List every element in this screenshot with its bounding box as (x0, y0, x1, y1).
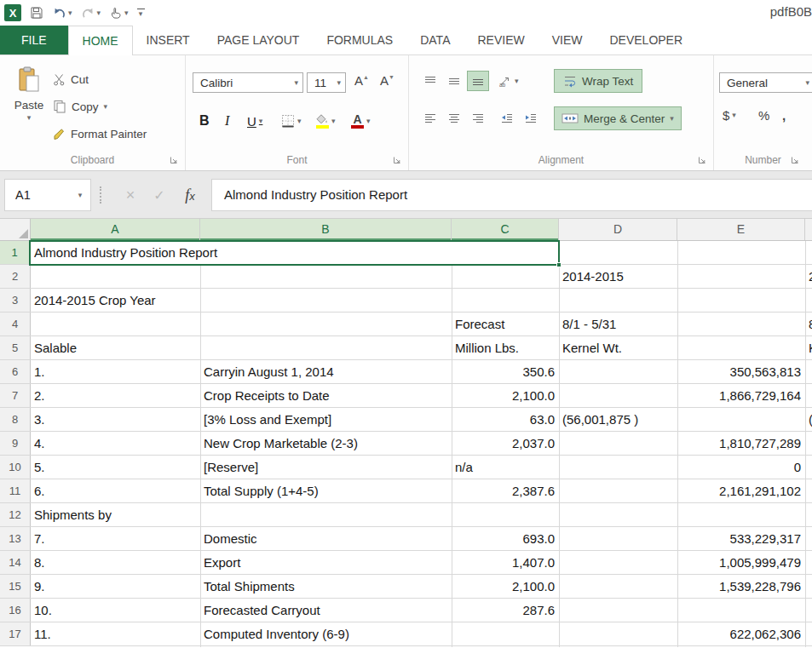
font-dialog-launcher[interactable] (392, 154, 404, 166)
cell-A10[interactable]: 5. (31, 456, 200, 479)
cell-A13[interactable]: 7. (31, 527, 200, 550)
save-button[interactable] (30, 6, 43, 20)
cell-B11[interactable]: Total Supply (1+4-5) (200, 479, 452, 502)
row-header-7[interactable]: 7 (0, 384, 31, 407)
cell-A16[interactable]: 10. (31, 599, 200, 622)
align-left-button[interactable] (419, 108, 441, 129)
row-header-10[interactable]: 10 (0, 456, 31, 479)
excel-app-icon[interactable]: X (4, 4, 21, 21)
tab-review[interactable]: REVIEW (464, 26, 538, 54)
column-header-f[interactable]: F (805, 219, 812, 240)
cell-C13[interactable]: 693.0 (452, 527, 559, 550)
cell-A7[interactable]: 2. (31, 384, 200, 407)
align-center-button[interactable] (443, 108, 465, 129)
formula-input[interactable]: Almond Industry Position Report (211, 179, 812, 211)
borders-button[interactable]: ▾ (281, 110, 302, 132)
paste-button[interactable]: Paste ▾ (7, 60, 51, 151)
tab-developer[interactable]: DEVELOPER (596, 26, 696, 54)
cell-E14[interactable]: 1,005,999,479 (677, 551, 805, 574)
cell-E13[interactable]: 533,229,317 (677, 527, 805, 550)
tab-view[interactable]: VIEW (538, 26, 596, 54)
cell-E11[interactable]: 2,161,291,102 (677, 479, 805, 502)
align-middle-button[interactable] (443, 71, 465, 91)
cell-D2[interactable]: 2014-2015 (559, 265, 677, 288)
row-header-4[interactable]: 4 (0, 313, 31, 335)
cell-C15[interactable]: 2,100.0 (452, 575, 559, 598)
qat-customize-button[interactable]: ▾ (137, 9, 145, 18)
cell-C16[interactable]: 287.6 (452, 599, 559, 622)
cell-A11[interactable]: 6. (31, 479, 200, 502)
cell-D4[interactable]: 8/1 - 5/31 (559, 313, 677, 335)
cell-C9[interactable]: 2,037.0 (452, 432, 559, 455)
align-right-button[interactable] (467, 108, 489, 129)
row-header-15[interactable]: 15 (0, 575, 31, 598)
cell-E17[interactable]: 622,062,306 (677, 622, 805, 645)
row-header-12[interactable]: 12 (0, 503, 31, 526)
column-header-b[interactable]: B (200, 219, 452, 240)
comma-style-button[interactable]: , (782, 108, 786, 123)
underline-button[interactable]: U▾ (247, 110, 262, 132)
cell-A5[interactable]: Salable (31, 336, 200, 359)
align-top-button[interactable] (419, 71, 441, 91)
merge-center-button[interactable]: Merge & Center ▾ (554, 106, 682, 130)
cell-B17[interactable]: Computed Inventory (6-9) (200, 622, 452, 645)
orientation-button[interactable]: ab ▾ (498, 71, 519, 91)
cell-A8[interactable]: 3. (31, 408, 200, 431)
cell-A6[interactable]: 1. (31, 360, 200, 383)
row-header-17[interactable]: 17 (0, 622, 31, 645)
cell-D8[interactable]: (56,001,875 ) (559, 408, 677, 431)
column-header-c[interactable]: C (452, 219, 559, 240)
cell-C11[interactable]: 2,387.6 (452, 479, 559, 502)
row-header-1[interactable]: 1 (0, 241, 31, 264)
row-header-9[interactable]: 9 (0, 432, 31, 455)
column-header-a[interactable]: A (31, 219, 200, 240)
cell-D5[interactable]: Kernel Wt. (559, 336, 677, 359)
cell-A14[interactable]: 8. (31, 551, 200, 574)
increase-indent-button[interactable] (520, 108, 542, 129)
decrease-indent-button[interactable] (496, 108, 518, 129)
alignment-dialog-launcher[interactable] (697, 154, 709, 166)
cell-B14[interactable]: Export (200, 551, 452, 574)
fill-color-button[interactable]: ▾ (315, 110, 336, 132)
cell-B9[interactable]: New Crop Marketable (2-3) (200, 432, 452, 455)
row-header-11[interactable]: 11 (0, 479, 31, 502)
cut-button[interactable]: Cut (53, 69, 89, 89)
tab-home[interactable]: HOME (68, 26, 133, 55)
cell-C4[interactable]: Forecast (452, 313, 559, 335)
cell-B6[interactable]: Carryin August 1, 2014 (200, 360, 452, 383)
format-painter-button[interactable]: Format Painter (53, 123, 147, 144)
cell-A15[interactable]: 9. (31, 575, 200, 598)
cell-B8[interactable]: [3% Loss and Exempt] (200, 408, 452, 431)
number-format-select[interactable]: General ▾ (719, 72, 812, 93)
number-dialog-launcher[interactable] (790, 154, 802, 166)
cell-C8[interactable]: 63.0 (452, 408, 559, 431)
bold-button[interactable]: B (199, 110, 210, 132)
cell-A3[interactable]: 2014-2015 Crop Year (31, 289, 200, 312)
font-color-button[interactable]: A ▾ (351, 110, 371, 132)
select-all-corner[interactable] (0, 219, 31, 241)
row-header-14[interactable]: 14 (0, 551, 31, 574)
percent-style-button[interactable]: % (758, 108, 769, 123)
insert-function-button[interactable]: fx (177, 181, 203, 209)
cell-B7[interactable]: Crop Receipts to Date (200, 384, 452, 407)
cell-F8[interactable]: ( (805, 408, 812, 431)
cell-A9[interactable]: 4. (31, 432, 200, 455)
cell-A1[interactable]: Almond Industry Position Report (29, 240, 560, 266)
redo-button[interactable]: ▾ (81, 7, 101, 20)
cell-C14[interactable]: 1,407.0 (452, 551, 559, 574)
cell-B13[interactable]: Domestic (200, 527, 452, 550)
column-header-e[interactable]: E (677, 219, 805, 240)
tab-insert[interactable]: INSERT (133, 26, 204, 54)
increase-font-button[interactable]: A▲ (354, 73, 369, 88)
fill-handle[interactable] (556, 262, 561, 267)
cell-A12[interactable]: Shipments by (31, 503, 200, 526)
touch-mode-button[interactable]: ▾ (109, 6, 129, 20)
italic-button[interactable]: I (225, 110, 229, 132)
row-header-2[interactable]: 2 (0, 265, 31, 288)
row-header-5[interactable]: 5 (0, 336, 31, 359)
font-size-select[interactable]: 11 ▾ (307, 72, 346, 93)
tab-formulas[interactable]: FORMULAS (313, 26, 406, 54)
copy-button[interactable]: Copy ▾ (53, 96, 107, 117)
cell-C10[interactable]: n/a (452, 456, 559, 479)
cell-E6[interactable]: 350,563,813 (677, 360, 805, 383)
